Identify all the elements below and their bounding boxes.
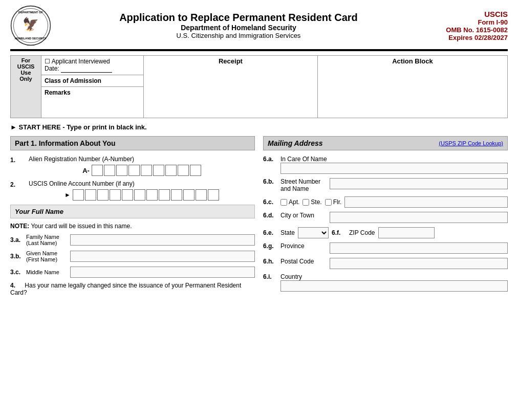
flr-checkbox-group: Flr. [325, 198, 342, 206]
acc-seg-5[interactable] [122, 189, 133, 201]
country-content: Country [280, 273, 508, 292]
street-label: Street Numberand Name [280, 178, 327, 192]
state-label: State [280, 229, 295, 236]
postal-code-input[interactable] [330, 258, 508, 269]
q1-number: 1. [10, 156, 26, 164]
acc-seg-4[interactable] [110, 189, 121, 201]
country-input[interactable] [280, 280, 508, 292]
acc-seg-1[interactable] [73, 189, 84, 201]
account-prefix: ► [64, 191, 71, 198]
city-row: 6.d. City or Town [263, 212, 508, 223]
family-name-label: Family Name(Last Name) [26, 234, 67, 246]
street-row: 6.b. Street Numberand Name [263, 178, 508, 192]
omb-number: OMB No. 1615-0082 [426, 26, 508, 34]
middle-name-label: Middle Name [26, 269, 67, 275]
a-number-input[interactable] [92, 165, 201, 176]
uscis-label: USCIS [426, 10, 508, 18]
family-name-num: 3.a. [10, 236, 23, 244]
given-name-input[interactable] [70, 251, 255, 262]
postal-code-label: Postal Code [280, 258, 327, 265]
account-number-row: ► [29, 189, 255, 201]
addr-6b-num: 6.b. [263, 178, 277, 185]
page-header: DEPARTMENT OF HOMELAND SECURITY 🦅 Applic… [10, 5, 508, 51]
family-name-row: 3.a. Family Name(Last Name) [10, 234, 255, 246]
form-title: Application to Replace Permanent Residen… [51, 12, 426, 24]
two-column-layout: Part 1. Information About You 1. Alien R… [10, 136, 508, 298]
question-2-row: 2. USCIS Online Account Number (if any) … [10, 180, 255, 201]
action-block-label: Action Block [392, 57, 433, 65]
form-agency: U.S. Citizenship and Immigration Service… [51, 32, 426, 39]
flr-checkbox[interactable] [325, 199, 332, 206]
a-seg-4[interactable] [128, 165, 140, 176]
q1-content: Alien Registration Number (A-Number) A- [29, 156, 255, 176]
apt-number-input[interactable] [344, 196, 508, 208]
left-column: Part 1. Information About You 1. Alien R… [10, 136, 255, 298]
mailing-title: Mailing Address [268, 139, 323, 147]
given-name-row: 3.b. Given Name(First Name) [10, 250, 255, 262]
a-seg-7[interactable] [165, 165, 177, 176]
postal-code-row: 6.h. Postal Code [263, 258, 508, 269]
a-seg-9[interactable] [190, 165, 201, 176]
q2-label: USCIS Online Account Number (if any) [29, 180, 255, 187]
date-label: Date: [45, 65, 59, 72]
note-bold-label: NOTE: [10, 223, 29, 230]
class-of-admission-block: Class of Admission [41, 75, 143, 87]
receipt-label: Receipt [219, 57, 243, 65]
apt-label: Apt. [289, 198, 299, 206]
a-seg-3[interactable] [116, 165, 127, 176]
acc-seg-9[interactable] [171, 189, 182, 201]
given-name-label: Given Name(First Name) [26, 250, 67, 262]
acc-seg-11[interactable] [196, 189, 207, 201]
care-of-label: In Care Of Name [280, 156, 508, 163]
action-block-cell: Action Block [317, 56, 507, 118]
care-of-content: In Care Of Name [280, 156, 508, 174]
question-4: 4. Has your name legally changed since t… [10, 282, 255, 296]
middle-name-input[interactable] [70, 267, 255, 278]
acc-seg-7[interactable] [146, 189, 158, 201]
city-input[interactable] [330, 212, 508, 223]
a-seg-2[interactable] [104, 165, 115, 176]
ste-checkbox[interactable] [303, 199, 309, 206]
province-input[interactable] [330, 242, 508, 254]
your-full-name-header: Your Full Name [10, 205, 255, 218]
checkbox-interviewed[interactable]: ☐ [45, 58, 50, 65]
a-seg-8[interactable] [178, 165, 189, 176]
note-content: Your card will be issued in this name. [31, 223, 132, 230]
question-1-row: 1. Alien Registration Number (A-Number) … [10, 156, 255, 176]
a-number-row: A- [29, 165, 255, 176]
account-input[interactable] [73, 189, 219, 201]
acc-seg-10[interactable] [183, 189, 195, 201]
addr-6d-num: 6.d. [263, 212, 277, 219]
class-admission-label: Class of Admission [45, 77, 101, 84]
province-row: 6.g. Province [263, 242, 508, 254]
state-select[interactable]: AL AK CA NY TX [298, 227, 329, 238]
mailing-address-header: Mailing Address (USPS ZIP Code Lookup) [263, 136, 508, 150]
acc-seg-6[interactable] [134, 189, 145, 201]
zip-input[interactable] [378, 227, 435, 238]
addr-6a-num: 6.a. [263, 156, 277, 163]
acc-seg-8[interactable] [159, 189, 170, 201]
q4-text: Has your name legally changed since the … [10, 282, 241, 296]
apt-checkbox[interactable] [280, 199, 287, 206]
expiry-date: Expires 02/28/2027 [426, 34, 508, 41]
a-seg-6[interactable] [153, 165, 164, 176]
svg-text:HOMELAND SECURITY: HOMELAND SECURITY [15, 37, 47, 40]
addr-6c-num: 6.c. [263, 198, 277, 206]
street-input[interactable] [330, 178, 508, 189]
given-name-num: 3.b. [10, 253, 23, 260]
uscis-logo: DEPARTMENT OF HOMELAND SECURITY 🦅 [10, 5, 51, 46]
acc-seg-3[interactable] [97, 189, 109, 201]
addr-6g-num: 6.g. [263, 242, 277, 250]
care-of-input[interactable] [280, 163, 508, 174]
part1-header: Part 1. Information About You [10, 136, 255, 150]
ste-checkbox-group: Ste. [303, 198, 321, 206]
uscis-only-table: ForUSCISUseOnly ☐ Applicant Interviewed … [10, 55, 508, 118]
a-seg-5[interactable] [141, 165, 152, 176]
family-name-input[interactable] [70, 234, 255, 246]
acc-seg-12[interactable] [208, 189, 219, 201]
care-of-row: 6.a. In Care Of Name [263, 156, 508, 174]
usps-zip-link[interactable]: (USPS ZIP Code Lookup) [439, 140, 503, 146]
a-seg-1[interactable] [92, 165, 103, 176]
acc-seg-2[interactable] [85, 189, 96, 201]
city-label: City or Town [280, 212, 327, 219]
